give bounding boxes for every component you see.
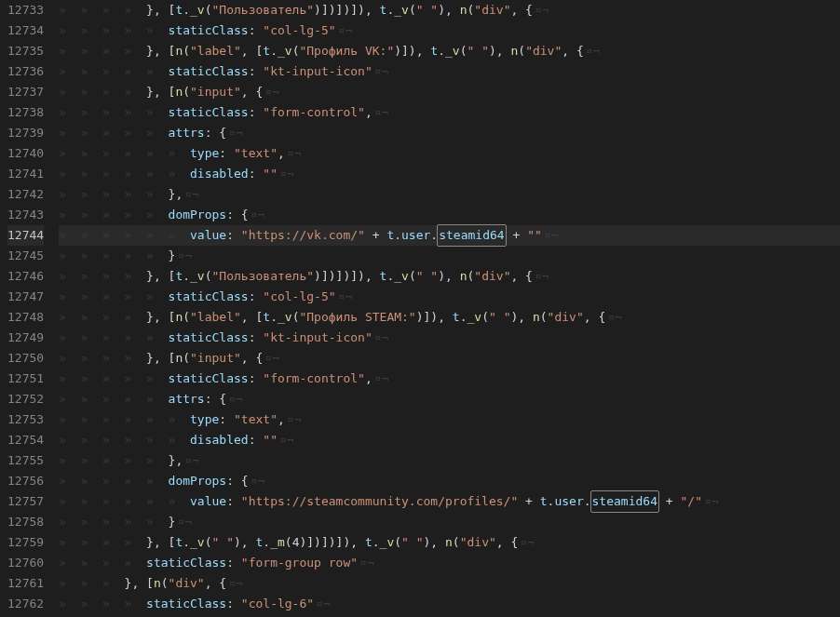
line-number: 12737 (7, 82, 44, 102)
indent-marker: » (125, 123, 146, 143)
token-punc: : (249, 102, 264, 123)
code-line[interactable]: » » » » }, [n("label", [t._v("Профиль ST… (59, 307, 840, 328)
indent-marker: » (102, 184, 124, 205)
code-line[interactable]: » » » » » » disabled: ""¤¬ (59, 164, 840, 184)
code-area[interactable]: » » » » }, [t._v("Пользователь")])])]), … (59, 0, 840, 617)
indent-marker: » (59, 164, 80, 184)
token-str: " " (401, 532, 423, 553)
token-prop: staticClass (169, 328, 249, 348)
token-punc: ( (183, 82, 190, 102)
code-line[interactable]: » » » » » }¤¬ (59, 512, 840, 532)
indent-marker: » (125, 143, 146, 164)
code-line[interactable]: » » » » » staticClass: "form-control",¤¬ (59, 102, 840, 123)
indent-marker: » (146, 225, 168, 246)
indent-marker: » (59, 123, 80, 143)
token-punc: } (169, 246, 176, 266)
eol-marker: ¤¬ (374, 328, 389, 348)
code-line[interactable]: » » » » }, [n("label", [t._v("Профиль VK… (59, 41, 840, 61)
token-punc: , (278, 143, 285, 164)
line-number: 12745 (7, 246, 44, 266)
line-number: 12760 (7, 553, 44, 573)
eol-marker: ¤¬ (607, 307, 622, 328)
indent-marker: » (169, 491, 190, 512)
indent-marker: » (81, 553, 102, 573)
indent-marker: » (59, 20, 80, 41)
code-line[interactable]: » » » » » » disabled: ""¤¬ (59, 430, 840, 450)
indent-marker: » (81, 573, 102, 594)
code-line[interactable]: » » » » staticClass: "col-lg-6"¤¬ (59, 594, 840, 614)
token-str: "https://steamcommunity.com/profiles/" (241, 491, 518, 512)
token-punc: ( (205, 266, 212, 287)
line-number: 12746 (7, 266, 44, 287)
indent-marker: » (81, 450, 102, 471)
indent-marker: » (102, 553, 124, 573)
code-line[interactable]: » » » » » },¤¬ (59, 450, 840, 471)
token-str: "input" (190, 82, 241, 102)
code-line[interactable]: » » » » » staticClass: "col-lg-5"¤¬ (59, 20, 840, 41)
token-punc: : (226, 553, 241, 573)
token-punc: ( (183, 307, 190, 328)
code-editor[interactable]: 1273312734127351273612737127381273912740… (0, 0, 840, 617)
token-var: t (175, 532, 183, 553)
code-line[interactable]: » » » » » domProps: {¤¬ (59, 471, 840, 491)
eol-marker: ¤¬ (535, 266, 549, 287)
token-str: "div" (169, 573, 205, 594)
token-prop: domProps (169, 471, 227, 491)
code-line[interactable]: » » » » » }¤¬ (59, 246, 840, 266)
code-line[interactable]: » » » » » staticClass: "kt-input-icon"¤¬ (59, 328, 840, 348)
indent-marker: » (81, 369, 102, 389)
code-line[interactable]: » » » » » » type: "text",¤¬ (59, 143, 840, 164)
code-line[interactable]: » » » » » },¤¬ (59, 184, 840, 205)
code-line[interactable]: » » » }, [n("div", {¤¬ (59, 573, 840, 594)
line-number: 12762 (7, 594, 44, 614)
code-line[interactable]: » » » » » attrs: {¤¬ (59, 389, 840, 409)
token-punc: . (460, 307, 467, 328)
code-line[interactable]: » » » » }, [t._v(" "), t._m(4)])])]), t.… (59, 532, 840, 553)
token-var: t (263, 307, 270, 328)
token-var: t (256, 532, 264, 553)
code-line[interactable]: » » » » }, [n("input", {¤¬ (59, 82, 840, 102)
code-line[interactable]: » » » » staticClass: "form-group row"¤¬ (59, 553, 840, 573)
code-line[interactable]: » » » » }, [n("input", {¤¬ (59, 348, 840, 369)
indent-marker: » (146, 328, 168, 348)
code-line[interactable]: » » » » » attrs: {¤¬ (59, 123, 840, 143)
indent-marker: » (102, 0, 124, 20)
line-number: 12739 (7, 123, 44, 143)
code-line[interactable]: » » » » » » value: "https://steamcommuni… (59, 491, 840, 512)
code-line[interactable]: » » » » » staticClass: "form-control",¤¬ (59, 369, 840, 389)
indent-marker: » (59, 389, 80, 409)
indent-marker: » (125, 369, 146, 389)
indent-marker: » (169, 164, 190, 184)
code-line[interactable]: » » » » » domProps: {¤¬ (59, 205, 840, 225)
code-line[interactable]: » » » » » staticClass: "kt-input-icon"¤¬ (59, 61, 840, 82)
indent-marker: » (59, 82, 80, 102)
token-punc: , { (510, 0, 532, 20)
token-punc: : (226, 491, 241, 512)
code-line[interactable]: » » » » » » type: "text",¤¬ (59, 409, 840, 430)
token-punc: , { (562, 41, 583, 61)
token-str: " " (212, 532, 234, 553)
token-punc: , (365, 369, 373, 389)
indent-marker: » (81, 409, 102, 430)
code-line[interactable]: » » » » }, [t._v("Пользователь")])])]), … (59, 266, 840, 287)
token-fn: _v (278, 307, 292, 328)
token-str: "https://vk.com/" (241, 225, 365, 246)
code-line[interactable]: » » » » }, [t._v("Пользователь")])])]), … (59, 0, 840, 20)
indent-marker: » (102, 430, 124, 450)
token-punc: )]), (394, 41, 430, 61)
indent-marker: » (102, 123, 124, 143)
token-str: "Пользователь" (212, 0, 315, 20)
eol-marker: ¤¬ (228, 123, 243, 143)
indent-marker: » (146, 287, 168, 307)
token-punc: . (394, 225, 401, 246)
indent-marker: » (146, 184, 168, 205)
token-fn: _v (190, 532, 205, 553)
token-punc: }, [ (146, 348, 175, 369)
token-punc: )])])]), (314, 0, 379, 20)
token-fn: _v (394, 266, 409, 287)
token-punc: , (365, 102, 373, 123)
code-line[interactable]: » » » » » staticClass: "col-lg-5"¤¬ (59, 287, 840, 307)
token-punc: ( (205, 532, 212, 553)
indent-marker: » (169, 409, 190, 430)
code-line[interactable]: » » » » » » value: "https://vk.com/" + t… (59, 225, 840, 246)
